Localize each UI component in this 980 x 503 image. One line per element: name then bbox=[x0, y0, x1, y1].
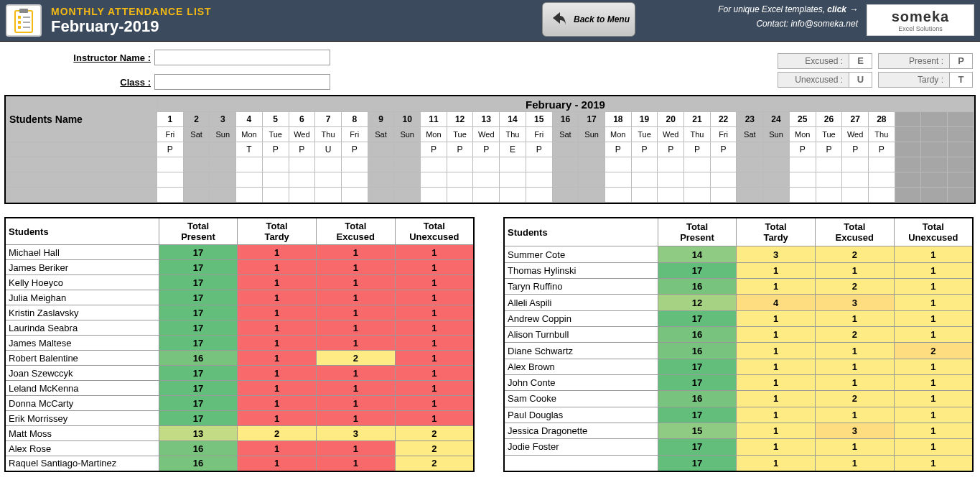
attendance-cell[interactable] bbox=[816, 188, 842, 203]
attendance-cell[interactable] bbox=[262, 188, 289, 203]
attendance-cell[interactable] bbox=[605, 172, 631, 188]
attendance-cell[interactable]: T bbox=[236, 142, 263, 157]
attendance-cell[interactable]: P bbox=[605, 142, 631, 157]
attendance-cell[interactable] bbox=[684, 172, 711, 188]
attendance-cell[interactable]: P bbox=[421, 142, 447, 157]
attendance-cell[interactable] bbox=[552, 188, 579, 203]
attendance-cell[interactable] bbox=[868, 172, 895, 188]
attendance-cell[interactable] bbox=[315, 172, 342, 188]
attendance-cell[interactable] bbox=[394, 172, 421, 188]
attendance-cell[interactable]: P bbox=[289, 142, 315, 157]
attendance-cell[interactable] bbox=[315, 157, 342, 172]
attendance-cell[interactable] bbox=[157, 188, 184, 203]
attendance-cell[interactable] bbox=[473, 172, 500, 188]
attendance-cell[interactable] bbox=[447, 157, 473, 172]
attendance-cell[interactable] bbox=[552, 157, 579, 172]
attendance-cell[interactable] bbox=[737, 188, 763, 203]
attendance-cell[interactable] bbox=[684, 188, 711, 203]
attendance-cell[interactable] bbox=[710, 188, 737, 203]
attendance-cell[interactable]: P bbox=[157, 142, 184, 157]
attendance-cell[interactable] bbox=[789, 188, 816, 203]
attendance-cell[interactable] bbox=[157, 172, 184, 188]
attendance-cell[interactable] bbox=[236, 188, 263, 203]
attendance-cell[interactable] bbox=[262, 157, 289, 172]
attendance-cell[interactable] bbox=[421, 172, 447, 188]
attendance-cell[interactable] bbox=[605, 157, 631, 172]
attendance-cell[interactable] bbox=[210, 172, 236, 188]
attendance-cell[interactable] bbox=[552, 172, 579, 188]
attendance-cell[interactable] bbox=[816, 157, 842, 172]
attendance-cell[interactable] bbox=[368, 188, 394, 203]
attendance-cell[interactable]: P bbox=[447, 142, 473, 157]
attendance-cell[interactable] bbox=[236, 172, 263, 188]
attendance-cell[interactable] bbox=[394, 188, 421, 203]
attendance-cell[interactable] bbox=[210, 188, 236, 203]
attendance-cell[interactable]: P bbox=[262, 142, 289, 157]
attendance-cell[interactable] bbox=[763, 142, 790, 157]
attendance-cell[interactable] bbox=[658, 172, 684, 188]
attendance-cell[interactable] bbox=[631, 188, 658, 203]
attendance-cell[interactable] bbox=[868, 157, 895, 172]
attendance-cell[interactable] bbox=[183, 188, 210, 203]
attendance-cell[interactable]: P bbox=[341, 142, 368, 157]
attendance-cell[interactable] bbox=[579, 188, 605, 203]
attendance-cell[interactable] bbox=[842, 188, 869, 203]
attendance-cell[interactable] bbox=[210, 142, 236, 157]
attendance-cell[interactable] bbox=[737, 142, 763, 157]
attendance-cell[interactable] bbox=[631, 157, 658, 172]
attendance-cell[interactable]: E bbox=[500, 142, 526, 157]
attendance-cell[interactable] bbox=[710, 172, 737, 188]
attendance-cell[interactable] bbox=[368, 157, 394, 172]
attendance-cell[interactable] bbox=[315, 188, 342, 203]
attendance-cell[interactable] bbox=[737, 157, 763, 172]
attendance-cell[interactable] bbox=[157, 157, 184, 172]
attendance-cell[interactable]: P bbox=[816, 142, 842, 157]
attendance-cell[interactable] bbox=[421, 157, 447, 172]
attendance-cell[interactable]: P bbox=[631, 142, 658, 157]
attendance-cell[interactable] bbox=[710, 157, 737, 172]
attendance-cell[interactable] bbox=[473, 157, 500, 172]
attendance-cell[interactable] bbox=[789, 157, 816, 172]
attendance-cell[interactable] bbox=[579, 172, 605, 188]
attendance-cell[interactable] bbox=[236, 157, 263, 172]
attendance-cell[interactable] bbox=[552, 142, 579, 157]
back-to-menu-button[interactable]: Back to Menu bbox=[542, 2, 635, 37]
attendance-cell[interactable] bbox=[447, 172, 473, 188]
attendance-cell[interactable] bbox=[473, 188, 500, 203]
attendance-cell[interactable] bbox=[763, 188, 790, 203]
attendance-cell[interactable] bbox=[631, 172, 658, 188]
class-input[interactable] bbox=[154, 74, 330, 90]
attendance-cell[interactable] bbox=[183, 172, 210, 188]
attendance-cell[interactable]: P bbox=[868, 142, 895, 157]
attendance-cell[interactable] bbox=[289, 172, 315, 188]
attendance-cell[interactable] bbox=[579, 142, 605, 157]
attendance-cell[interactable] bbox=[394, 157, 421, 172]
attendance-cell[interactable] bbox=[500, 157, 526, 172]
attendance-cell[interactable] bbox=[763, 157, 790, 172]
attendance-cell[interactable]: P bbox=[473, 142, 500, 157]
attendance-cell[interactable]: P bbox=[684, 142, 711, 157]
attendance-cell[interactable] bbox=[183, 157, 210, 172]
attendance-cell[interactable] bbox=[368, 172, 394, 188]
attendance-cell[interactable] bbox=[526, 172, 552, 188]
attendance-cell[interactable] bbox=[658, 157, 684, 172]
attendance-cell[interactable] bbox=[341, 188, 368, 203]
attendance-cell[interactable] bbox=[842, 157, 869, 172]
attendance-cell[interactable] bbox=[526, 157, 552, 172]
attendance-cell[interactable] bbox=[526, 188, 552, 203]
attendance-cell[interactable] bbox=[368, 142, 394, 157]
attendance-cell[interactable]: P bbox=[789, 142, 816, 157]
attendance-cell[interactable] bbox=[868, 188, 895, 203]
attendance-cell[interactable] bbox=[183, 142, 210, 157]
attendance-cell[interactable] bbox=[500, 172, 526, 188]
attendance-cell[interactable]: P bbox=[842, 142, 869, 157]
attendance-cell[interactable] bbox=[394, 142, 421, 157]
attendance-cell[interactable] bbox=[842, 172, 869, 188]
attendance-cell[interactable] bbox=[737, 172, 763, 188]
attendance-cell[interactable] bbox=[658, 188, 684, 203]
attendance-cell[interactable]: P bbox=[710, 142, 737, 157]
attendance-cell[interactable] bbox=[421, 188, 447, 203]
attendance-cell[interactable] bbox=[763, 172, 790, 188]
attendance-cell[interactable]: P bbox=[526, 142, 552, 157]
instructor-input[interactable] bbox=[154, 50, 330, 65]
